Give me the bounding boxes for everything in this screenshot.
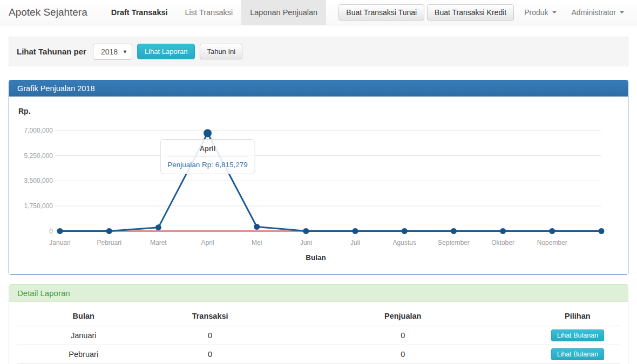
- monthly-report-table: BulanTransaksiPenjualanPilihan Januari00…: [17, 305, 620, 364]
- cell-pilihan: Lihat Bulanan: [536, 326, 620, 345]
- x-tick-label: Juli: [350, 239, 360, 246]
- administrator-dropdown[interactable]: Administrator: [564, 8, 632, 17]
- produk-dropdown-label: Produk: [524, 8, 548, 17]
- nav-item-laponan-penjualan[interactable]: Laponan Penjualan: [241, 0, 326, 25]
- chevron-down-icon: [552, 11, 557, 13]
- x-tick-label: Mei: [252, 239, 262, 246]
- main-nav: Draft TransaksiList TransaksiLaponan Pen…: [103, 0, 326, 25]
- lihat-laporan-button[interactable]: Lihat Laporan: [137, 44, 195, 59]
- table-header-transaksi: Transaksi: [150, 305, 270, 326]
- chevron-down-icon: ▼: [123, 49, 127, 54]
- table-header-penjualan: Penjualan: [270, 305, 536, 326]
- cell-penjualan: 0: [270, 345, 536, 364]
- detail-panel-body: BulanTransaksiPenjualanPilihan Januari00…: [9, 302, 628, 364]
- lihat-bulanan-button[interactable]: Lihat Bulanan: [551, 348, 604, 360]
- x-tick-label: Januari: [49, 239, 70, 246]
- y-tick-label: 5,250,000: [24, 152, 53, 160]
- chart-panel: Grafik Penjualan 2018 01,750,0003,500,00…: [9, 80, 628, 275]
- cell-bulan: Pebruari: [17, 345, 150, 364]
- sales-line-chart: 01,750,0003,500,0005,250,0007,000,000Rp.…: [15, 104, 618, 266]
- data-point-maret[interactable]: [155, 224, 161, 230]
- chart-tooltip: April Penjualan Rp: 6,815,279: [160, 139, 255, 174]
- navbar: Apotek Sejahtera Draft TransaksiList Tra…: [0, 0, 637, 25]
- table-header-pilihan: Pilihan: [536, 305, 620, 326]
- series-line-Penjualan: [60, 133, 601, 231]
- app-brand[interactable]: Apotek Sejahtera: [0, 0, 96, 25]
- detail-panel: Detail Laporan BulanTransaksiPenjualanPi…: [9, 284, 628, 364]
- y-axis-label: Rp.: [18, 107, 31, 115]
- x-tick-label: April: [201, 239, 214, 246]
- data-point-juni[interactable]: [303, 228, 309, 234]
- data-point-mei[interactable]: [254, 224, 260, 230]
- data-point-desember[interactable]: [598, 228, 604, 234]
- x-tick-label: Oktober: [491, 239, 514, 246]
- year-select-value: 2018: [101, 47, 118, 56]
- y-tick-label: 3,500,000: [24, 177, 53, 184]
- navbar-right: Buat Transaksi TunaiBuat Transaksi Kredi…: [338, 0, 637, 25]
- x-axis-label: Bulan: [306, 253, 326, 262]
- x-tick-label: Juni: [300, 239, 312, 246]
- y-tick-label: 1,750,000: [24, 202, 53, 210]
- administrator-dropdown-label: Administrator: [572, 8, 616, 17]
- produk-dropdown[interactable]: Produk: [517, 8, 564, 17]
- navbar-buttons: Buat Transaksi TunaiBuat Transaksi Kredi…: [338, 4, 517, 20]
- y-tick-label: 0: [49, 228, 53, 235]
- data-point-juli[interactable]: [353, 228, 358, 234]
- table-row-pebruari: Pebruari00Lihat Bulanan: [17, 345, 620, 364]
- chart-panel-body: 01,750,0003,500,0005,250,0007,000,000Rp.…: [9, 97, 628, 274]
- data-point-nopember[interactable]: [549, 228, 555, 234]
- year-select[interactable]: 2018 ▼: [93, 44, 132, 60]
- chart-canvas: 01,750,0003,500,0005,250,0007,000,000Rp.…: [15, 104, 618, 266]
- buat-transaksi-tunai-button[interactable]: Buat Transaksi Tunai: [338, 4, 424, 20]
- cell-pilihan: Lihat Bulanan: [536, 345, 620, 364]
- data-point-oktober[interactable]: [500, 228, 506, 234]
- tooltip-value: Penjualan Rp: 6,815,279: [167, 156, 248, 169]
- cell-penjualan: 0: [270, 326, 536, 345]
- nav-item-list-transaksi[interactable]: List Transaksi: [177, 0, 242, 25]
- data-point-januari[interactable]: [57, 228, 63, 234]
- data-point-april[interactable]: [204, 129, 212, 137]
- lihat-bulanan-button[interactable]: Lihat Bulanan: [551, 329, 604, 341]
- data-point-pebruari[interactable]: [106, 228, 112, 234]
- x-tick-label: Pebruari: [97, 239, 121, 246]
- table-row-januari: Januari00Lihat Bulanan: [17, 326, 620, 345]
- x-tick-label: Maret: [150, 239, 167, 246]
- table-header-bulan: Bulan: [17, 305, 150, 326]
- detail-panel-title: Detail Laporan: [9, 285, 628, 302]
- tooltip-month: April: [167, 145, 248, 156]
- nav-item-draft-transaksi[interactable]: Draft Transaksi: [103, 0, 177, 25]
- chart-panel-title: Grafik Penjualan 2018: [9, 80, 628, 97]
- cell-transaksi: 0: [150, 345, 270, 364]
- x-tick-label: Nopember: [537, 239, 567, 246]
- buat-transaksi-kredit-button[interactable]: Buat Transaksi Kredit: [427, 4, 514, 20]
- y-tick-label: 7,000,000: [24, 127, 53, 134]
- cell-transaksi: 0: [150, 326, 270, 345]
- chevron-down-icon: [620, 11, 624, 13]
- data-point-agustus[interactable]: [402, 228, 408, 234]
- data-point-september[interactable]: [451, 228, 457, 234]
- navbar-dropdowns: ProdukAdministrator: [517, 8, 632, 17]
- year-filter-label: Lihat Tahunan per: [17, 47, 86, 56]
- cell-bulan: Januari: [17, 326, 150, 345]
- x-tick-label: Agustus: [393, 239, 416, 246]
- year-filter-bar: Lihat Tahunan per 2018 ▼ Lihat Laporan T…: [9, 37, 628, 66]
- x-tick-label: September: [438, 239, 470, 246]
- tahun-ini-button[interactable]: Tahun Ini: [200, 44, 242, 59]
- table-header-row: BulanTransaksiPenjualanPilihan: [17, 305, 620, 326]
